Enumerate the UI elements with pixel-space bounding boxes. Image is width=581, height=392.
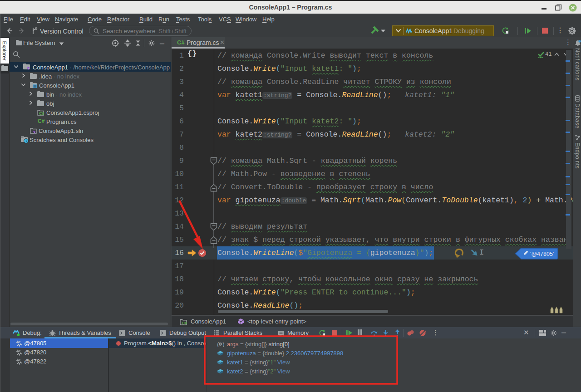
svg-text:C#: C# (39, 111, 44, 116)
svg-text:'@47805': '@47805' (530, 251, 554, 257)
svg-text:C#: C# (182, 320, 187, 325)
svg-text:): ) (222, 342, 225, 348)
